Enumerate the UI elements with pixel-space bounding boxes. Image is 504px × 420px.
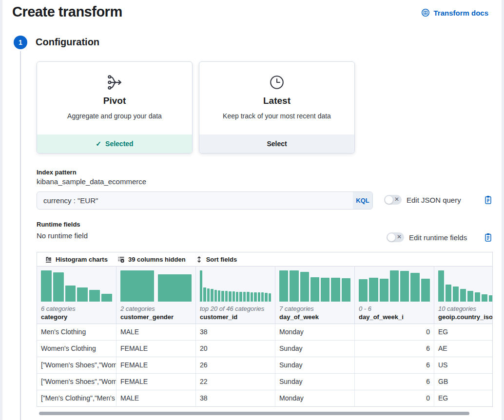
pivot-card[interactable]: Pivot Aggregate and group your data ✓ Se… [37, 61, 193, 153]
grid-cell-customer_id[interactable]: 38 [196, 390, 275, 406]
histogram-bar [101, 294, 112, 302]
kql-language-button[interactable]: KQL [353, 192, 372, 209]
grid-cell-customer_gender[interactable]: MALE [116, 390, 196, 406]
clock-icon [269, 73, 285, 92]
transform-type-cards: Pivot Aggregate and group your data ✓ Se… [37, 61, 355, 153]
index-pattern-value: kibana_sample_data_ecommerce [37, 177, 146, 186]
toggle-off-icon: ✕ [397, 233, 402, 240]
histogram-charts-button[interactable]: Histogram charts [41, 252, 112, 266]
toggle-off-icon: ✕ [394, 196, 399, 203]
transform-docs-link[interactable]: Transform docs [421, 8, 488, 17]
column-subtitle: 6 categories [41, 305, 112, 312]
horizontal-scrollbar-thumb[interactable] [39, 412, 469, 415]
histogram-bar [369, 278, 378, 302]
aggregate-icon [106, 73, 123, 92]
grid-cell-day_of_week[interactable]: Sunday [275, 357, 355, 373]
histogram-bar [446, 285, 451, 302]
edit-json-query-toggle[interactable]: ✕ [384, 195, 402, 205]
grid-column-header-geoip.country_iso_[interactable]: 10 categoriesgeoip.country_iso_ [434, 267, 493, 324]
histogram-bar [158, 274, 192, 302]
grid-cell-category[interactable]: ["Men's Clothing","Men's ... [37, 390, 116, 406]
grid-cell-customer_gender[interactable]: FEMALE [116, 357, 196, 373]
histogram-bar [390, 270, 399, 302]
grid-column-header-customer_gender[interactable]: 2 categoriescustomer_gender [116, 267, 196, 324]
grid-cell-customer_gender[interactable]: FEMALE [116, 374, 196, 390]
histogram-bar [421, 279, 430, 302]
edit-json-query-controls: ✕ Edit JSON query [384, 195, 492, 205]
page-scrollbar-track[interactable] [502, 0, 504, 420]
copy-json-query-button[interactable] [484, 195, 492, 205]
grid-cell-customer_id[interactable]: 20 [196, 341, 275, 357]
histogram-bar [261, 292, 264, 302]
histogram-bar [269, 293, 271, 302]
grid-cell-category[interactable]: Men's Clothing [37, 324, 116, 340]
histogram-bar [410, 273, 419, 302]
grid-cell-customer_gender[interactable]: FEMALE [116, 341, 196, 357]
grid-cell-day_of_week_i[interactable]: 0 [355, 390, 434, 406]
column-subtitle: top 20 of 46 categories [200, 305, 271, 312]
histogram-bar [207, 288, 210, 302]
data-preview-grid: Histogram charts 39 columns hidd [37, 252, 493, 407]
grid-column-header-category[interactable]: 6 categoriescategory [37, 267, 116, 324]
grid-cell-day_of_week[interactable]: Sunday [275, 341, 355, 357]
grid-header-row: 6 categoriescategory2 categoriescustomer… [37, 267, 492, 324]
grid-cell-day_of_week_i[interactable]: 6 [355, 341, 434, 357]
histogram-bar [321, 278, 330, 302]
grid-column-header-day_of_week_i[interactable]: 0 - 6day_of_week_i [355, 267, 434, 324]
toggle-knob [385, 195, 393, 204]
column-name: customer_gender [120, 313, 192, 321]
grid-cell-day_of_week_i[interactable]: 0 [355, 324, 434, 340]
histogram-bar [400, 271, 409, 302]
histogram-bar [380, 279, 388, 302]
docs-link-label: Transform docs [433, 9, 488, 17]
columns-hidden-label: 39 columns hidden [128, 256, 186, 263]
histogram-charts-label: Histogram charts [56, 256, 108, 263]
histogram-bar [467, 291, 473, 302]
check-icon: ✓ [96, 140, 101, 148]
histogram-chart-day_of_week_i [359, 270, 430, 302]
grid-cell-day_of_week[interactable]: Monday [275, 324, 355, 340]
grid-cell-geoip.country_iso_[interactable]: US [434, 357, 493, 373]
grid-cell-geoip.country_iso_[interactable]: GB [434, 374, 493, 390]
latest-card[interactable]: Latest Keep track of your most recent da… [199, 61, 355, 153]
grid-cell-category[interactable]: Women's Clothing [37, 341, 116, 357]
grid-cell-day_of_week[interactable]: Monday [275, 390, 355, 406]
histogram-bar [203, 287, 206, 302]
sort-fields-button[interactable]: Sort fields [192, 252, 241, 266]
grid-cell-geoip.country_iso_[interactable]: AE [434, 341, 493, 357]
pivot-selected-footer[interactable]: ✓ Selected [37, 134, 192, 153]
grid-cell-geoip.country_iso_[interactable]: EG [434, 324, 493, 340]
table-row: ["Women's Shoes","Wom...FEMALE22Sunday6G… [37, 374, 492, 390]
runtime-fields-value: No runtime field [37, 231, 88, 240]
histogram-bar [251, 292, 253, 302]
histogram-chart-customer_id [200, 270, 271, 302]
histogram-bar [482, 294, 487, 302]
step-connector-line [20, 51, 21, 420]
grid-cell-category[interactable]: ["Women's Shoes","Wom... [37, 357, 116, 373]
histogram-bar [254, 292, 256, 302]
grid-cell-category[interactable]: ["Women's Shoes","Wom... [37, 374, 116, 390]
grid-cell-customer_id[interactable]: 26 [196, 357, 275, 373]
edit-runtime-fields-toggle[interactable]: ✕ [387, 232, 404, 242]
column-subtitle: 2 categories [120, 305, 192, 312]
histogram-bar [200, 270, 202, 302]
kql-query-input[interactable]: currency : "EUR" [37, 192, 353, 209]
table-row: ["Women's Shoes","Wom...FEMALE26Sunday6U… [37, 357, 492, 374]
pivot-footer-label: Selected [105, 140, 134, 148]
grid-column-header-day_of_week[interactable]: 7 categoriesday_of_week [275, 267, 355, 324]
grid-column-header-customer_id[interactable]: top 20 of 46 categoriescustomer_id [196, 267, 275, 324]
grid-toolbar: Histogram charts 39 columns hidd [37, 252, 492, 267]
columns-hidden-button[interactable]: 39 columns hidden [114, 252, 190, 266]
grid-cell-day_of_week_i[interactable]: 6 [355, 357, 434, 373]
latest-select-button[interactable]: Select [199, 134, 354, 153]
grid-cell-day_of_week[interactable]: Sunday [275, 374, 355, 390]
grid-cell-customer_id[interactable]: 22 [196, 374, 275, 390]
histogram-bar [77, 287, 88, 302]
grid-cell-geoip.country_iso_[interactable]: EG [434, 390, 493, 406]
copy-runtime-fields-button[interactable] [484, 233, 492, 242]
grid-cell-customer_id[interactable]: 38 [196, 324, 275, 340]
table-row: Women's ClothingFEMALE20Sunday6AE [37, 341, 492, 357]
grid-cell-customer_gender[interactable]: MALE [116, 324, 196, 340]
histogram-bar [221, 291, 224, 302]
grid-cell-day_of_week_i[interactable]: 6 [355, 374, 434, 390]
